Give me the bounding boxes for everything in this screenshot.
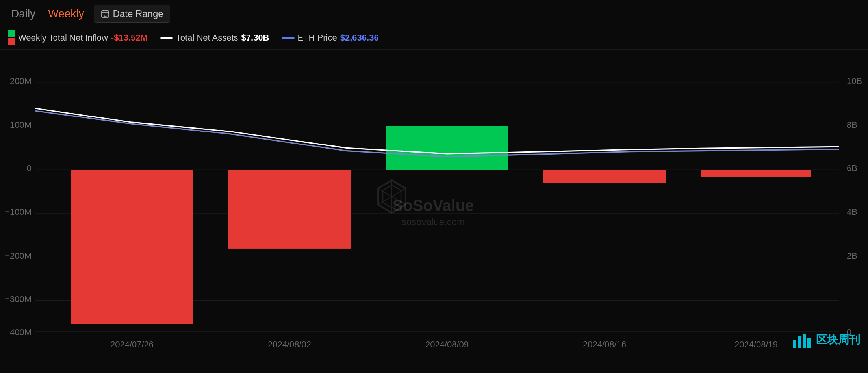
bar-aug19	[701, 170, 811, 177]
svg-text:−200M: −200M	[5, 250, 32, 260]
eth-legend: ETH Price $2,636.36	[282, 33, 379, 43]
svg-text:2024/08/02: 2024/08/02	[268, 339, 311, 349]
eth-value: $2,636.36	[340, 33, 379, 43]
calendar-icon: 12	[100, 9, 110, 19]
daily-button[interactable]: Daily	[8, 6, 39, 22]
watermark-url: sosovalue.com	[402, 216, 465, 227]
branding-text: 区块周刊	[816, 332, 860, 347]
svg-text:8B: 8B	[847, 119, 857, 129]
svg-text:12: 12	[104, 14, 107, 17]
controls-bar: Daily Weekly 12 Date Range	[0, 0, 868, 26]
inflow-legend: Weekly Total Net Inflow -$13.52M	[8, 30, 148, 45]
inflow-color-red	[8, 38, 15, 45]
svg-text:2024/07/26: 2024/07/26	[110, 339, 154, 349]
svg-text:−100M: −100M	[5, 207, 32, 217]
weekly-button[interactable]: Weekly	[45, 6, 87, 22]
bar-aug16	[543, 170, 666, 183]
svg-text:4B: 4B	[847, 207, 857, 217]
chart-area: 200M 100M 0 −100M −200M −300M −400M 10B …	[0, 50, 868, 356]
eth-line	[282, 37, 295, 39]
main-svg: 200M 100M 0 −100M −200M −300M −400M 10B …	[0, 50, 868, 356]
svg-text:0: 0	[27, 163, 32, 173]
svg-text:100M: 100M	[10, 119, 32, 129]
watermark-text: SoSoValue	[393, 196, 474, 214]
svg-text:10B: 10B	[847, 76, 862, 86]
assets-line	[160, 37, 173, 39]
svg-text:−300M: −300M	[5, 294, 32, 304]
svg-text:−400M: −400M	[5, 327, 32, 337]
svg-rect-38	[807, 338, 811, 348]
inflow-color-green	[8, 30, 15, 37]
inflow-value: -$13.52M	[111, 33, 148, 43]
assets-label: Total Net Assets	[176, 33, 238, 43]
svg-rect-36	[798, 336, 801, 348]
svg-rect-35	[793, 340, 796, 348]
inflow-label: Weekly Total Net Inflow	[18, 33, 108, 43]
branding: 区块周刊	[793, 332, 860, 348]
svg-text:2024/08/09: 2024/08/09	[425, 339, 469, 349]
svg-text:2024/08/16: 2024/08/16	[583, 339, 626, 349]
legend-bar: Weekly Total Net Inflow -$13.52M Total N…	[0, 26, 868, 50]
bar-aug09	[386, 126, 508, 170]
svg-text:2B: 2B	[847, 250, 857, 260]
svg-text:6B: 6B	[847, 163, 857, 173]
date-range-button[interactable]: 12 Date Range	[94, 5, 170, 23]
bar-aug02	[228, 170, 351, 249]
bar-jul26	[71, 170, 193, 324]
eth-label: ETH Price	[298, 33, 337, 43]
svg-rect-37	[803, 334, 806, 348]
date-range-label: Date Range	[113, 8, 163, 19]
branding-icon	[793, 332, 813, 348]
assets-legend: Total Net Assets $7.30B	[160, 33, 269, 43]
svg-text:2024/08/19: 2024/08/19	[734, 339, 778, 349]
assets-value: $7.30B	[241, 33, 269, 43]
svg-text:200M: 200M	[10, 76, 32, 86]
chart-container: Daily Weekly 12 Date Range Weekly Total …	[0, 0, 868, 373]
